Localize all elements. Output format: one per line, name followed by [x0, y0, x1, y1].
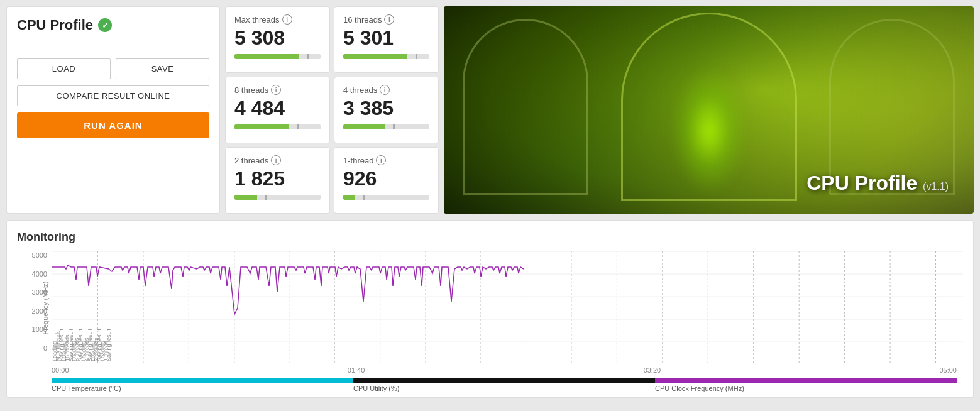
- banner-title: CPU Profile (v1.1): [807, 172, 949, 195]
- cpu-freq-bar: [655, 378, 957, 383]
- arch-right: [829, 19, 955, 195]
- score-value-16-threads: 5 301: [343, 27, 429, 49]
- score-value-8-threads: 4 484: [234, 97, 321, 119]
- legend-labels: CPU Temperature (°C) CPU Utility (%) CPU…: [52, 385, 957, 392]
- x-label-1: 01:40: [348, 366, 365, 374]
- cpu-profile-title: CPU Profile ✓: [17, 17, 209, 33]
- info-icon-8-threads[interactable]: i: [271, 85, 281, 95]
- score-bar-marker-16-threads: [416, 54, 417, 59]
- score-card-16-threads: 16 threads i 5 301: [334, 6, 439, 73]
- score-label-8-threads: 8 threads i: [234, 85, 321, 95]
- score-card-4-threads: 4 threads i 3 385: [334, 77, 439, 143]
- score-bar-16-threads: [343, 54, 429, 59]
- score-card-max-threads: Max threads i 5 308: [225, 6, 330, 73]
- score-grid: Max threads i 5 308 16 threads i 5 301 8…: [225, 6, 439, 214]
- monitoring-section: Monitoring 5000 4000 3000 2000 1000 0 Fr…: [6, 220, 974, 398]
- score-label-4-threads: 4 threads i: [343, 85, 429, 95]
- score-card-1-thread: 1-thread i 926: [334, 147, 439, 214]
- score-bar-8-threads: [234, 124, 321, 129]
- monitoring-title: Monitoring: [17, 231, 963, 244]
- left-panel: CPU Profile ✓ LOAD SAVE COMPARE RESULT O…: [6, 6, 220, 214]
- score-label-1-thread: 1-thread i: [343, 155, 429, 165]
- y-label-5000: 5000: [17, 251, 47, 259]
- info-icon-16-threads[interactable]: i: [384, 14, 394, 25]
- score-value-1-thread: 926: [343, 168, 429, 190]
- glow-effect: [671, 68, 747, 194]
- check-icon: ✓: [98, 18, 112, 32]
- cpu-util-label: CPU Utility (%): [353, 385, 655, 392]
- score-bar-marker-max-threads: [307, 54, 309, 59]
- compare-button[interactable]: COMPARE RESULT ONLINE: [17, 85, 209, 106]
- svg-text:Saving result: Saving result: [106, 328, 112, 361]
- arch-left: [463, 19, 588, 195]
- info-icon-1-thread[interactable]: i: [376, 155, 386, 165]
- banner-image: CPU Profile (v1.1): [444, 6, 974, 214]
- score-bar-marker-8-threads: [297, 124, 299, 129]
- cpu-freq-label: CPU Clock Frequency (MHz): [655, 385, 957, 392]
- run-again-button[interactable]: RUN AGAIN: [17, 112, 209, 138]
- y-label-4000: 4000: [17, 270, 47, 278]
- score-bar-fill-max-threads: [234, 54, 299, 59]
- x-axis-labels: 00:00 01:40 03:20 05:00: [52, 364, 957, 374]
- score-bar-4-threads: [343, 124, 429, 129]
- x-label-0: 00:00: [52, 366, 69, 374]
- score-value-2-threads: 1 825: [234, 168, 321, 190]
- info-icon-max-threads[interactable]: i: [282, 14, 292, 25]
- cpu-temp-label: CPU Temperature (°C): [52, 385, 353, 392]
- load-button[interactable]: LOAD: [17, 58, 111, 79]
- cpu-util-bar: [353, 378, 655, 383]
- y-axis-title: Frequency (MHz): [41, 282, 49, 335]
- save-button[interactable]: SAVE: [116, 58, 209, 79]
- info-icon-2-threads[interactable]: i: [271, 155, 281, 165]
- score-bar-2-threads: [234, 195, 321, 200]
- score-label-2-threads: 2 threads i: [234, 155, 321, 165]
- info-icon-4-threads[interactable]: i: [380, 85, 390, 95]
- score-bar-1-thread: [343, 195, 429, 200]
- monitoring-chart: Loading Max threads Saving result Loadin…: [52, 251, 963, 364]
- x-label-2: 03:20: [644, 366, 661, 374]
- legend-bars: [52, 378, 957, 383]
- score-bar-fill-2-threads: [234, 195, 257, 200]
- banner-subtitle: (v1.1): [923, 181, 949, 192]
- score-bar-fill-8-threads: [234, 124, 289, 129]
- load-save-row: LOAD SAVE: [17, 58, 209, 79]
- score-value-4-threads: 3 385: [343, 97, 429, 119]
- cpu-temp-bar: [52, 378, 353, 383]
- x-label-3: 05:00: [939, 366, 957, 374]
- score-value-max-threads: 5 308: [234, 27, 321, 49]
- title-text: CPU Profile: [17, 17, 93, 33]
- score-bar-fill-16-threads: [343, 54, 407, 59]
- y-label-0: 0: [17, 344, 47, 352]
- score-card-2-threads: 2 threads i 1 825: [225, 147, 330, 214]
- score-bar-marker-2-threads: [265, 195, 267, 200]
- score-label-16-threads: 16 threads i: [343, 14, 429, 25]
- score-bar-marker-4-threads: [393, 124, 395, 129]
- score-bar-max-threads: [234, 54, 321, 59]
- score-bar-marker-1-thread: [363, 195, 365, 200]
- score-card-8-threads: 8 threads i 4 484: [225, 77, 330, 143]
- score-label-max-threads: Max threads i: [234, 14, 321, 25]
- score-bar-fill-1-thread: [343, 195, 355, 200]
- score-bar-fill-4-threads: [343, 124, 385, 129]
